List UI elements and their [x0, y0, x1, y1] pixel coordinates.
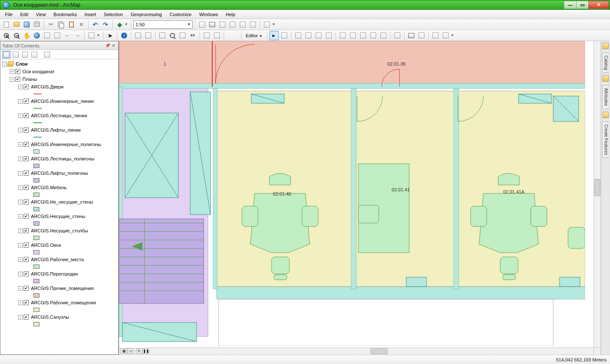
toc-layer-node[interactable]: +Оси координат	[0, 68, 118, 75]
toc-close-button[interactable]: ✕	[111, 43, 116, 49]
map-horizontal-scrollbar[interactable]: ▦ ▭ ↻ ❚❚	[119, 347, 593, 355]
refresh-button[interactable]: ↻	[136, 348, 142, 354]
data-view-button[interactable]: ▦	[121, 348, 127, 354]
attributes-button[interactable]	[407, 31, 416, 40]
expander-icon[interactable]: −	[18, 301, 23, 305]
prev-extent-button[interactable]: ←	[63, 31, 72, 40]
expander-icon[interactable]: −	[18, 157, 23, 161]
map-view[interactable]: 102.01.3902.01.4002.01.4102.01.41А ▦ ▭ ↻…	[119, 41, 601, 355]
layer-visibility-checkbox[interactable]	[24, 199, 29, 204]
toc-layer-node[interactable]: −ARCGIS.Лифты_линии	[0, 126, 118, 134]
zoom-out-tool[interactable]	[12, 31, 21, 40]
reshape-tool[interactable]	[358, 31, 368, 40]
menu-help[interactable]: Help	[222, 11, 239, 18]
menu-windows[interactable]: Windows	[196, 11, 222, 18]
redo-button[interactable]: ↷	[101, 20, 110, 29]
next-extent-button[interactable]: →	[73, 31, 82, 40]
paste-button[interactable]	[67, 20, 76, 29]
point-tool[interactable]	[338, 31, 347, 40]
toc-layer-node[interactable]: −ARCGIS.Окна	[0, 241, 118, 249]
print-button[interactable]	[32, 20, 42, 29]
time-slider-button[interactable]	[202, 31, 211, 40]
toc-layer-node[interactable]: −ARCGIS.Не_несущие_стены	[0, 198, 118, 206]
dock-tab-attributes[interactable]: Attributes	[602, 85, 609, 109]
menu-bookmarks[interactable]: Bookmarks	[50, 11, 80, 18]
edit-annotation-tool[interactable]	[280, 31, 289, 40]
toc-tree[interactable]: − Слои +Оси координат−Планы−ARCGIS.Двери…	[0, 59, 118, 354]
menu-customize[interactable]: Customize	[166, 11, 195, 18]
toc-button[interactable]	[208, 20, 217, 29]
menu-insert[interactable]: Insert	[81, 11, 100, 18]
layer-visibility-checkbox[interactable]	[24, 142, 29, 147]
new-button[interactable]	[2, 20, 11, 29]
toc-list-by-drawing-order[interactable]	[2, 51, 11, 58]
expander-icon[interactable]: −	[18, 286, 23, 291]
html-popup-tool[interactable]	[144, 31, 153, 40]
expander-icon[interactable]: −	[18, 99, 23, 104]
layer-visibility-checkbox[interactable]	[24, 99, 29, 104]
fixed-zoom-out-button[interactable]	[53, 31, 62, 40]
hyperlink-tool[interactable]	[133, 31, 143, 40]
search-window-button[interactable]	[228, 20, 237, 29]
toc-layer-node[interactable]: −ARCGIS.Перегородки	[0, 270, 118, 278]
sketch-properties-button[interactable]	[417, 31, 426, 40]
expander-icon[interactable]: −	[18, 272, 23, 276]
map-vertical-scrollbar[interactable]	[593, 41, 601, 347]
pan-tool[interactable]: ✋	[22, 31, 31, 40]
add-data-dropdown[interactable]: ▼	[125, 22, 128, 26]
save-button[interactable]	[22, 20, 31, 29]
delete-button[interactable]: ✕	[77, 20, 86, 29]
toc-options[interactable]	[43, 51, 51, 58]
toc-list-by-selection[interactable]	[30, 51, 39, 58]
layout-view-button[interactable]: ▭	[128, 348, 134, 354]
editor-menu[interactable]: Editor ▼	[244, 33, 265, 39]
layer-visibility-checkbox[interactable]	[15, 69, 20, 74]
open-button[interactable]	[12, 20, 21, 29]
dock-tab-catalog[interactable]: Catalog	[602, 52, 609, 73]
expander-icon[interactable]: −	[18, 142, 23, 147]
add-data-button[interactable]: ◆	[115, 20, 124, 29]
layer-visibility-checkbox[interactable]	[24, 314, 29, 320]
layer-visibility-checkbox[interactable]	[24, 300, 29, 305]
edit-vertices-tool[interactable]	[348, 31, 358, 40]
python-window-button[interactable]	[248, 20, 258, 29]
toolbar-options-dropdown[interactable]: ▼	[272, 22, 275, 26]
layer-visibility-checkbox[interactable]	[24, 286, 29, 291]
catalog-window-button[interactable]	[218, 20, 227, 29]
zoom-in-tool[interactable]	[2, 31, 11, 40]
expander-icon[interactable]: −	[18, 257, 23, 262]
fixed-zoom-in-button[interactable]	[42, 31, 52, 40]
trace-tool[interactable]	[314, 31, 323, 40]
identify-tool[interactable]: i	[119, 31, 129, 40]
menu-edit[interactable]: Edit	[17, 11, 32, 18]
toc-layer-node[interactable]: −ARCGIS.Лестницы_линии	[0, 112, 118, 119]
find-route-tool[interactable]	[178, 31, 187, 40]
find-tool[interactable]	[168, 31, 177, 40]
layer-visibility-checkbox[interactable]	[24, 243, 29, 248]
menu-geoprocessing[interactable]: Geoprocessing	[127, 11, 165, 18]
toc-layer-node[interactable]: −ARCGIS.Инженерные_линии	[0, 97, 118, 105]
split-tool[interactable]	[379, 31, 388, 40]
arctoolbox-button[interactable]	[238, 20, 247, 29]
layer-visibility-checkbox[interactable]	[24, 228, 29, 233]
menu-selection[interactable]: Selection	[100, 11, 126, 18]
toc-layer-node[interactable]: −ARCGIS.Несущие_стены	[0, 212, 118, 220]
expander-icon[interactable]: −	[18, 185, 23, 190]
copy-button[interactable]	[56, 20, 66, 29]
select-elements-tool[interactable]: ➤	[105, 31, 115, 40]
dock-tab-create-features[interactable]: Create Features	[602, 121, 609, 158]
create-features-button[interactable]	[431, 31, 440, 40]
toc-layer-node[interactable]: −ARCGIS.Рабочие_помещения	[0, 299, 118, 306]
create-viewer-button[interactable]	[212, 31, 222, 40]
expander-icon[interactable]: −	[18, 128, 23, 132]
expander-icon[interactable]: −	[18, 200, 23, 204]
layer-visibility-checkbox[interactable]	[24, 127, 29, 132]
expander-icon[interactable]: −	[18, 315, 23, 320]
layer-visibility-checkbox[interactable]	[24, 185, 29, 190]
undo-button[interactable]: ↶	[91, 20, 100, 29]
toc-pin-button[interactable]: 📌	[105, 43, 111, 49]
toc-layer-node[interactable]: −ARCGIS.Лестницы_полигоны	[0, 155, 118, 163]
toc-layer-node[interactable]: −Планы	[0, 75, 118, 83]
layer-visibility-checkbox[interactable]	[24, 214, 29, 219]
full-extent-button[interactable]	[32, 31, 42, 40]
